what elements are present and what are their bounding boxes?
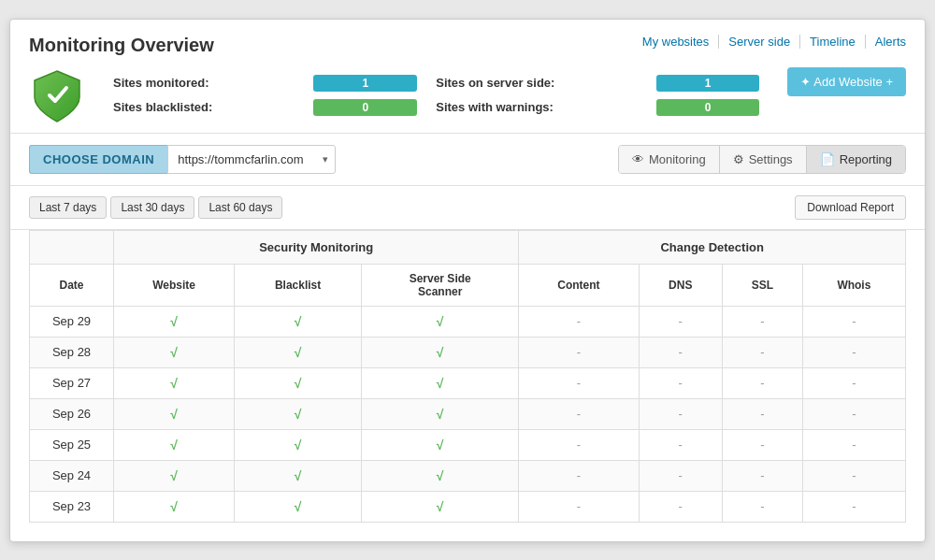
nav-server-side[interactable]: Server side: [719, 35, 800, 49]
sites-warnings-value: 0: [656, 99, 760, 116]
eye-icon: 👁: [632, 152, 644, 166]
security-monitoring-header: Security Monitoring: [114, 230, 519, 264]
dash-icon: -: [679, 376, 683, 390]
check-icon: √: [170, 345, 178, 360]
dash-icon: -: [679, 499, 683, 513]
check-icon: √: [170, 468, 178, 483]
filter-buttons: Last 7 days Last 30 days Last 60 days: [29, 196, 282, 219]
tab-monitoring[interactable]: 👁 Monitoring: [619, 146, 720, 173]
header: Monitoring Overview My websites Server s…: [10, 20, 925, 134]
gear-icon: ⚙: [733, 152, 744, 166]
tab-reporting-label: Reporting: [840, 152, 892, 166]
nav-my-websites[interactable]: My websites: [633, 35, 720, 49]
check-icon: √: [170, 376, 178, 391]
check-icon: √: [437, 438, 444, 452]
row-date: Sep 29: [30, 306, 114, 337]
row-whois: -: [802, 367, 905, 398]
table-row: Sep 27√√√----: [30, 367, 906, 398]
check-icon: √: [295, 407, 302, 422]
filter-7-days[interactable]: Last 7 days: [29, 196, 107, 219]
dash-icon: -: [760, 499, 764, 513]
col-whois: Whois: [802, 264, 905, 306]
sites-blacklisted-label: Sites blacklisted:: [113, 100, 295, 114]
row-content: -: [519, 460, 639, 491]
row-server: √: [362, 398, 519, 429]
col-website: Website: [114, 264, 235, 306]
dash-icon: -: [852, 376, 856, 390]
row-ssl: -: [723, 429, 803, 460]
nav-alerts[interactable]: Alerts: [866, 35, 906, 49]
shield-icon: [29, 67, 85, 123]
check-icon: √: [170, 499, 178, 514]
filter-30-days[interactable]: Last 30 days: [110, 196, 194, 219]
row-whois: -: [802, 491, 905, 522]
table-col-header: Date Website Blacklist Server SideScanne…: [30, 264, 906, 306]
dash-icon: -: [577, 499, 581, 513]
row-dns: -: [639, 429, 723, 460]
col-server-side-scanner: Server SideScanner: [362, 264, 519, 306]
choose-domain-button[interactable]: CHOOSE DOMAIN: [29, 145, 167, 174]
filter-bar: Last 7 days Last 30 days Last 60 days Do…: [10, 186, 925, 230]
dash-icon: -: [852, 314, 856, 328]
row-whois: -: [802, 306, 905, 337]
col-content: Content: [519, 264, 639, 306]
row-blacklist: √: [235, 337, 362, 367]
tab-reporting[interactable]: 📄 Reporting: [807, 146, 905, 173]
dash-icon: -: [679, 345, 683, 359]
table-row: Sep 23√√√----: [30, 491, 906, 522]
row-website: √: [114, 398, 235, 429]
row-ssl: -: [723, 367, 803, 398]
col-date: Date: [30, 264, 114, 306]
change-detection-header: Change Detection: [519, 230, 906, 264]
row-ssl: -: [723, 460, 803, 491]
row-date: Sep 28: [30, 337, 114, 367]
row-whois: -: [802, 337, 905, 367]
check-icon: √: [437, 345, 444, 360]
row-website: √: [114, 337, 235, 367]
report-icon: 📄: [820, 152, 835, 166]
domain-select[interactable]: https://tommcfarlin.com: [167, 145, 336, 174]
dash-icon: -: [679, 468, 683, 482]
download-report-button[interactable]: Download Report: [795, 195, 906, 220]
empty-header: [30, 230, 114, 264]
row-dns: -: [639, 306, 723, 337]
row-website: √: [114, 367, 235, 398]
row-date: Sep 27: [30, 367, 114, 398]
table-body: Sep 29√√√----Sep 28√√√----Sep 27√√√----S…: [30, 306, 906, 522]
top-nav: My websites Server side Timeline Alerts: [633, 35, 906, 49]
dash-icon: -: [679, 314, 683, 328]
row-content: -: [519, 429, 639, 460]
check-icon: √: [437, 314, 444, 329]
row-ssl: -: [723, 306, 803, 337]
dash-icon: -: [577, 407, 581, 421]
table-row: Sep 24√√√----: [30, 460, 906, 491]
row-date: Sep 26: [30, 398, 114, 429]
sites-server-side-label: Sites on server side:: [436, 76, 637, 90]
check-icon: √: [170, 314, 178, 329]
check-icon: √: [295, 314, 302, 329]
dash-icon: -: [577, 345, 581, 359]
row-blacklist: √: [235, 367, 362, 398]
stats-row: Sites monitored: 1 Sites on server side:…: [29, 67, 906, 123]
check-icon: √: [437, 407, 444, 422]
sites-warnings-label: Sites with warnings:: [436, 100, 637, 114]
dash-icon: -: [577, 438, 581, 452]
dash-icon: -: [577, 468, 581, 482]
dash-icon: -: [760, 345, 764, 359]
header-top: Monitoring Overview My websites Server s…: [29, 35, 906, 56]
add-website-button[interactable]: ✦ Add Website +: [787, 67, 906, 96]
row-blacklist: √: [235, 306, 362, 337]
filter-60-days[interactable]: Last 60 days: [198, 196, 282, 219]
row-dns: -: [639, 367, 723, 398]
dash-icon: -: [852, 438, 856, 452]
dash-icon: -: [577, 314, 581, 328]
domain-select-wrapper: https://tommcfarlin.com ▾: [167, 145, 336, 174]
nav-timeline[interactable]: Timeline: [800, 35, 866, 49]
check-icon: √: [437, 468, 444, 483]
row-dns: -: [639, 491, 723, 522]
tab-settings[interactable]: ⚙ Settings: [720, 146, 807, 173]
row-whois: -: [802, 398, 905, 429]
row-date: Sep 24: [30, 460, 114, 491]
row-ssl: -: [723, 491, 803, 522]
row-server: √: [362, 491, 519, 522]
